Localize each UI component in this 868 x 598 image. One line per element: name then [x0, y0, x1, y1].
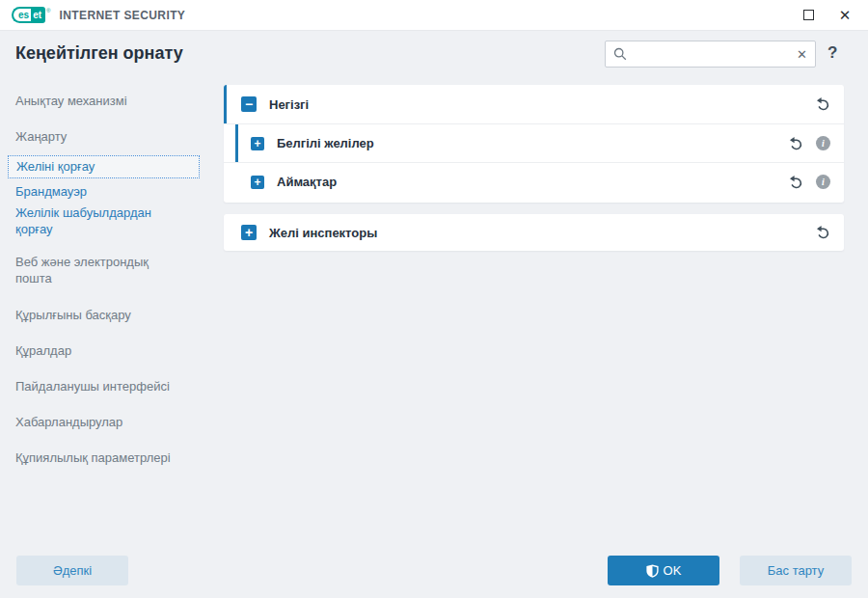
sidebar-item-network-attack-protection[interactable]: Желілік шабуылдардан қорғау — [0, 204, 178, 237]
registered-mark: ® — [46, 7, 50, 14]
revert-icon — [788, 175, 803, 190]
expand-icon: + — [254, 137, 260, 150]
sidebar-item-firewall[interactable]: Брандмауэр — [0, 183, 207, 200]
eset-logo-right: et — [31, 7, 45, 23]
ok-button[interactable]: OK — [608, 556, 719, 585]
sidebar-item-notifications[interactable]: Хабарландырулар — [0, 414, 207, 430]
cancel-button[interactable]: Бас тарту — [740, 556, 852, 585]
close-button[interactable]: ✕ — [833, 4, 856, 27]
expand-button[interactable]: + — [251, 176, 264, 189]
search-icon — [613, 47, 627, 61]
expand-icon: + — [245, 226, 253, 239]
eset-logo-pill: es et — [12, 7, 45, 23]
sidebar-item-tools[interactable]: Құралдар — [0, 342, 207, 359]
sidebar-item-detection-engine[interactable]: Анықтау механизмі — [0, 93, 207, 109]
settings-panel-basic: − Негізгі + Белгілі желілер — [224, 85, 844, 203]
collapse-button[interactable]: − — [241, 96, 257, 112]
sidebar-nav: Анықтау механизмі Жаңарту Желіні қорғау … — [0, 77, 222, 540]
cancel-button-label: Бас тарту — [768, 563, 824, 578]
tree-row-zones[interactable]: + Аймақтар i — [224, 162, 844, 201]
tree-row-label: Желі инспекторы — [269, 226, 377, 240]
window-controls: ✕ — [797, 4, 856, 27]
row-icons: i — [788, 136, 844, 151]
revert-icon — [815, 225, 830, 240]
row-icons — [815, 96, 844, 112]
sidebar-item-user-interface[interactable]: Пайдаланушы интерфейсі — [0, 378, 207, 394]
info-button[interactable]: i — [816, 136, 830, 150]
info-icon: i — [816, 175, 830, 189]
search-clear-button[interactable]: ✕ — [797, 48, 807, 61]
row-icons: i — [788, 175, 844, 190]
maximize-icon — [803, 10, 814, 20]
settings-panel-network-inspector: + Желі инспекторы — [224, 214, 844, 251]
ok-button-label: OK — [664, 563, 682, 578]
close-icon: ✕ — [839, 8, 852, 22]
sidebar-item-network-protection[interactable]: Желіні қорғау — [8, 155, 200, 178]
page-title: Кеңейтілген орнату — [15, 43, 183, 64]
expand-button[interactable]: + — [251, 137, 264, 150]
product-name: INTERNET SECURITY — [59, 9, 185, 22]
search-input[interactable] — [627, 47, 797, 62]
modified-accent-bar — [224, 85, 227, 123]
tree-row-known-networks[interactable]: + Белгілі желілер i — [224, 123, 844, 162]
clear-icon: ✕ — [797, 47, 807, 62]
titlebar: es et ® INTERNET SECURITY ✕ — [0, 0, 868, 31]
revert-icon — [815, 96, 830, 112]
uac-shield-icon — [646, 564, 659, 578]
expand-button[interactable]: + — [241, 225, 257, 240]
collapse-icon: − — [245, 97, 253, 111]
sidebar-item-privacy-settings[interactable]: Құпиялылық параметрлері — [0, 449, 207, 466]
help-icon: ? — [827, 43, 837, 62]
eset-logo: es et ® — [12, 7, 50, 23]
tree-row-label: Белгілі желілер — [277, 136, 374, 150]
eset-logo-left: es — [12, 7, 31, 23]
maximize-button[interactable] — [797, 4, 820, 27]
revert-icon — [788, 136, 803, 151]
modified-accent-bar — [235, 124, 238, 162]
tree-row-basic[interactable]: − Негізгі — [224, 85, 844, 123]
sidebar-item-update[interactable]: Жаңарту — [0, 128, 207, 145]
revert-button[interactable] — [788, 175, 803, 190]
default-button[interactable]: Әдепкі — [16, 556, 128, 585]
help-button[interactable]: ? — [827, 43, 837, 63]
revert-button[interactable] — [815, 225, 830, 240]
search-box[interactable]: ✕ — [605, 41, 816, 68]
revert-button[interactable] — [788, 136, 803, 151]
advanced-setup-window: es et ® INTERNET SECURITY ✕ Кеңейтілген … — [0, 0, 868, 598]
tree-row-label: Негізгі — [269, 97, 309, 112]
tree-row-label: Аймақтар — [277, 175, 337, 189]
info-button[interactable]: i — [816, 175, 830, 189]
info-icon: i — [816, 136, 830, 150]
row-icons — [815, 225, 844, 240]
tree-row-network-inspector[interactable]: + Желі инспекторы — [224, 214, 844, 251]
default-button-label: Әдепкі — [53, 563, 92, 578]
sidebar-item-web-and-email[interactable]: Веб және электрондық пошта — [0, 254, 178, 286]
revert-button[interactable] — [815, 96, 830, 112]
sidebar-item-device-control[interactable]: Құрылғыны басқару — [0, 307, 207, 323]
expand-icon: + — [254, 176, 260, 189]
